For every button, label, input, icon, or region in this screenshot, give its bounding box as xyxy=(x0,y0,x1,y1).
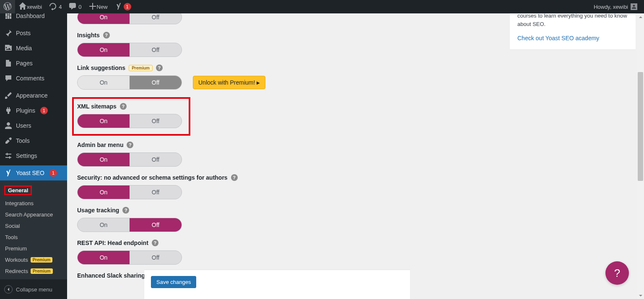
sidebar-item-plugins[interactable]: Plugins 1 xyxy=(0,103,67,118)
toggle-off[interactable]: Off xyxy=(130,114,182,128)
toggle-link-suggestions: On Off xyxy=(77,75,182,90)
plugins-label: Plugins xyxy=(16,107,35,114)
updates-link[interactable]: 4 xyxy=(45,0,65,13)
sidebar-item-settings[interactable]: Settings xyxy=(0,148,67,163)
pages-label: Pages xyxy=(16,60,33,67)
setting-admin-bar: Admin bar menu ? On Off xyxy=(77,142,636,167)
security-label: Security: no advanced or schema settings… xyxy=(77,174,228,181)
link-suggestions-toggle-wrap: On Off Unlock with Premium! ▶ xyxy=(77,75,636,90)
scroll-thumb[interactable] xyxy=(638,72,643,181)
brush-icon xyxy=(4,91,13,100)
sidebar-item-dashboard[interactable]: Dashboard xyxy=(0,13,67,23)
toggle-admin-bar[interactable]: On Off xyxy=(77,152,182,167)
toggle-insights[interactable]: On Off xyxy=(77,43,182,57)
help-icon[interactable]: ? xyxy=(152,240,158,246)
sidebar-item-appearance[interactable]: Appearance xyxy=(0,88,67,103)
submenu-social[interactable]: Social xyxy=(0,220,67,232)
media-label: Media xyxy=(16,45,32,52)
help-fab[interactable]: ? xyxy=(605,261,629,285)
plugins-icon xyxy=(4,106,13,115)
settings-column: On Off Insights ? On Off Link suggestion… xyxy=(67,13,644,295)
help-icon[interactable]: ? xyxy=(120,103,127,110)
toggle-off[interactable]: Off xyxy=(130,218,182,232)
setting-security: Security: no advanced or schema settings… xyxy=(77,174,636,199)
submenu-premium[interactable]: Premium xyxy=(0,243,67,254)
toggle-on[interactable]: On xyxy=(78,251,130,264)
toggle-xml-sitemaps[interactable]: On Off xyxy=(77,114,182,128)
my-account[interactable]: Howdy, xewibi xyxy=(590,0,641,13)
sidebar-item-users[interactable]: Users xyxy=(0,118,67,133)
toggle-security[interactable]: On Off xyxy=(77,185,182,199)
toggle-on[interactable]: On xyxy=(78,218,130,232)
sidebar-item-tools[interactable]: Tools xyxy=(0,133,67,148)
toggle-on[interactable]: On xyxy=(78,153,130,166)
sidebar-item-posts[interactable]: Posts xyxy=(0,26,67,41)
usage-tracking-label-row: Usage tracking ? xyxy=(77,207,636,214)
submenu-redirects[interactable]: Redirects Premium xyxy=(0,265,67,277)
help-icon[interactable]: ? xyxy=(122,207,129,214)
comments-link[interactable]: 0 xyxy=(65,0,85,13)
toggle-off[interactable]: Off xyxy=(130,251,182,264)
submenu-tools[interactable]: Tools xyxy=(0,232,67,243)
settings-label: Settings xyxy=(16,152,37,159)
pages-icon xyxy=(4,59,13,67)
scroll-down-arrow[interactable] xyxy=(637,292,644,299)
save-button[interactable]: Save changes xyxy=(151,276,196,288)
wrench-icon xyxy=(4,137,13,145)
pin-icon xyxy=(4,29,13,37)
toggle-off[interactable]: Off xyxy=(130,13,182,24)
submenu-workouts[interactable]: Workouts Premium xyxy=(0,254,67,265)
admin-bar-label: Admin bar menu xyxy=(77,142,123,148)
avatar xyxy=(631,3,637,10)
toggle-on[interactable]: On xyxy=(78,114,130,128)
content-area: On Off Insights ? On Off Link suggestion… xyxy=(67,13,644,299)
toggle-rest-api[interactable]: On Off xyxy=(77,250,182,265)
new-content-link[interactable]: New xyxy=(85,0,111,13)
submenu-integrations[interactable]: Integrations xyxy=(0,198,67,209)
yoast-label: Yoast SEO xyxy=(16,170,44,176)
academy-link[interactable]: Check out Yoast SEO academy xyxy=(517,35,599,41)
unlock-premium-button[interactable]: Unlock with Premium! ▶ xyxy=(193,76,265,89)
scroll-up-arrow[interactable] xyxy=(637,13,644,21)
submenu-search-appearance[interactable]: Search Appearance xyxy=(0,209,67,220)
help-icon[interactable]: ? xyxy=(231,174,238,181)
yoast-adminbar[interactable]: 1 xyxy=(111,0,135,13)
link-suggestions-label: Link suggestions xyxy=(77,64,125,71)
toggle-on[interactable]: On xyxy=(78,13,130,24)
wp-logo[interactable] xyxy=(0,0,15,13)
admin-sidebar: Dashboard Posts Media Pages Comments App… xyxy=(0,13,67,299)
sidebar-item-yoast[interactable]: Yoast SEO 1 xyxy=(0,165,67,180)
setting-rest-api: REST API: Head endpoint ? On Off xyxy=(77,240,636,265)
premium-badge: Premium xyxy=(129,65,153,71)
sidebar-item-comments[interactable]: Comments xyxy=(0,71,67,86)
toggle-off[interactable]: Off xyxy=(130,43,182,57)
toggle-truncated[interactable]: On Off xyxy=(77,13,182,24)
toggle-off[interactable]: Off xyxy=(130,153,182,166)
xml-sitemaps-label-row: XML sitemaps ? xyxy=(77,103,184,110)
sidebar-item-pages[interactable]: Pages xyxy=(0,56,67,71)
admin-bar: xewibi 4 0 New 1 Howdy, xewibi xyxy=(0,0,644,13)
help-icon[interactable]: ? xyxy=(127,142,133,148)
submenu-general[interactable]: General xyxy=(0,183,67,198)
howdy-text: Howdy, xewibi xyxy=(594,4,628,10)
toggle-on[interactable]: On xyxy=(78,186,130,199)
toggle-off[interactable]: Off xyxy=(130,186,182,199)
link-suggestions-label-row: Link suggestions Premium ? xyxy=(77,64,636,71)
collapse-menu[interactable]: Collapse menu xyxy=(0,282,67,297)
help-icon[interactable]: ? xyxy=(156,64,163,71)
site-name-link[interactable]: xewibi xyxy=(15,0,45,13)
rest-api-label: REST API: Head endpoint xyxy=(77,240,148,246)
comments-count: 0 xyxy=(78,4,81,10)
vertical-scrollbar[interactable] xyxy=(637,13,644,299)
help-fab-icon: ? xyxy=(614,267,620,280)
help-icon[interactable]: ? xyxy=(103,32,110,39)
toggle-on[interactable]: On xyxy=(78,43,130,57)
collapse-icon xyxy=(4,285,13,294)
toggle-on: On xyxy=(78,76,130,89)
comment-icon xyxy=(4,74,13,82)
xml-sitemaps-label: XML sitemaps xyxy=(77,103,117,110)
admin-bar-right: Howdy, xewibi xyxy=(590,0,644,13)
toggle-usage-tracking[interactable]: On Off xyxy=(77,218,182,232)
sidebar-item-media[interactable]: Media xyxy=(0,41,67,56)
users-icon xyxy=(4,121,13,130)
